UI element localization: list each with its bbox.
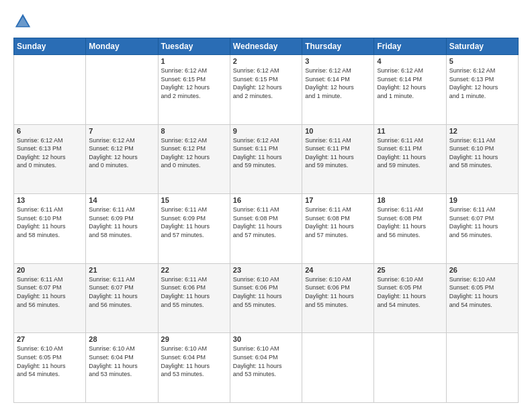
calendar-cell: 19Sunrise: 6:11 AM Sunset: 6:07 PM Dayli… [446,194,518,264]
day-info: Sunrise: 6:11 AM Sunset: 6:10 PM Dayligh… [449,136,515,170]
day-number: 21 [89,266,154,274]
day-number: 29 [161,335,227,343]
day-info: Sunrise: 6:11 AM Sunset: 6:07 PM Dayligh… [449,205,515,239]
day-info: Sunrise: 6:10 AM Sunset: 6:04 PM Dayligh… [233,345,299,378]
day-header-wednesday: Wednesday [230,38,302,55]
day-number: 25 [377,266,443,274]
day-number: 3 [305,57,371,65]
calendar-cell: 9Sunrise: 6:12 AM Sunset: 6:11 PM Daylig… [230,124,302,194]
calendar-cell: 30Sunrise: 6:10 AM Sunset: 6:04 PM Dayli… [230,333,302,403]
calendar-cell [374,333,446,403]
day-number: 13 [17,196,83,204]
calendar-cell: 11Sunrise: 6:11 AM Sunset: 6:11 PM Dayli… [374,124,446,194]
day-number: 22 [161,266,227,274]
day-number: 27 [17,335,83,343]
calendar-cell: 1Sunrise: 6:12 AM Sunset: 6:15 PM Daylig… [158,55,230,125]
day-number: 17 [305,196,371,204]
day-number: 7 [89,127,154,135]
day-info: Sunrise: 6:11 AM Sunset: 6:10 PM Dayligh… [17,205,83,239]
day-info: Sunrise: 6:11 AM Sunset: 6:07 PM Dayligh… [89,275,154,309]
day-number: 16 [233,196,299,204]
day-info: Sunrise: 6:12 AM Sunset: 6:11 PM Dayligh… [233,136,299,170]
day-info: Sunrise: 6:11 AM Sunset: 6:08 PM Dayligh… [305,205,371,239]
calendar-cell: 4Sunrise: 6:12 AM Sunset: 6:14 PM Daylig… [374,55,446,125]
calendar-cell: 27Sunrise: 6:10 AM Sunset: 6:05 PM Dayli… [14,333,86,403]
logo [13,12,35,31]
calendar-week-4: 20Sunrise: 6:11 AM Sunset: 6:07 PM Dayli… [14,263,519,333]
day-info: Sunrise: 6:12 AM Sunset: 6:15 PM Dayligh… [233,66,299,100]
calendar-cell [14,55,86,125]
day-number: 6 [17,127,83,135]
day-info: Sunrise: 6:12 AM Sunset: 6:14 PM Dayligh… [377,66,443,100]
day-number: 1 [161,57,227,65]
day-number: 23 [233,266,299,274]
calendar: SundayMondayTuesdayWednesdayThursdayFrid… [13,38,519,403]
calendar-week-5: 27Sunrise: 6:10 AM Sunset: 6:05 PM Dayli… [14,333,519,403]
calendar-cell: 13Sunrise: 6:11 AM Sunset: 6:10 PM Dayli… [14,194,86,264]
day-header-thursday: Thursday [302,38,374,55]
calendar-week-2: 6Sunrise: 6:12 AM Sunset: 6:13 PM Daylig… [14,124,519,194]
day-number: 19 [449,196,515,204]
day-number: 9 [233,127,299,135]
day-info: Sunrise: 6:10 AM Sunset: 6:05 PM Dayligh… [377,275,443,309]
day-header-friday: Friday [374,38,446,55]
calendar-cell [86,55,158,125]
calendar-cell: 24Sunrise: 6:10 AM Sunset: 6:06 PM Dayli… [302,263,374,333]
day-number: 28 [89,335,154,343]
day-info: Sunrise: 6:10 AM Sunset: 6:05 PM Dayligh… [17,345,83,378]
calendar-cell: 8Sunrise: 6:12 AM Sunset: 6:12 PM Daylig… [158,124,230,194]
day-number: 12 [449,127,515,135]
day-header-tuesday: Tuesday [158,38,230,55]
day-number: 15 [161,196,227,204]
day-info: Sunrise: 6:12 AM Sunset: 6:12 PM Dayligh… [161,136,227,170]
day-info: Sunrise: 6:10 AM Sunset: 6:06 PM Dayligh… [233,275,299,309]
day-info: Sunrise: 6:12 AM Sunset: 6:14 PM Dayligh… [305,66,371,100]
day-info: Sunrise: 6:11 AM Sunset: 6:07 PM Dayligh… [17,275,83,309]
day-info: Sunrise: 6:11 AM Sunset: 6:11 PM Dayligh… [377,136,443,170]
calendar-cell: 3Sunrise: 6:12 AM Sunset: 6:14 PM Daylig… [302,55,374,125]
day-info: Sunrise: 6:10 AM Sunset: 6:04 PM Dayligh… [89,345,154,378]
day-info: Sunrise: 6:10 AM Sunset: 6:05 PM Dayligh… [449,275,515,309]
calendar-cell: 18Sunrise: 6:11 AM Sunset: 6:08 PM Dayli… [374,194,446,264]
day-info: Sunrise: 6:10 AM Sunset: 6:06 PM Dayligh… [305,275,371,309]
calendar-cell: 28Sunrise: 6:10 AM Sunset: 6:04 PM Dayli… [86,333,158,403]
day-number: 18 [377,196,443,204]
day-number: 26 [449,266,515,274]
day-header-monday: Monday [86,38,158,55]
calendar-cell: 7Sunrise: 6:12 AM Sunset: 6:12 PM Daylig… [86,124,158,194]
calendar-cell: 14Sunrise: 6:11 AM Sunset: 6:09 PM Dayli… [86,194,158,264]
day-number: 30 [233,335,299,343]
day-info: Sunrise: 6:11 AM Sunset: 6:06 PM Dayligh… [161,275,227,309]
calendar-cell: 22Sunrise: 6:11 AM Sunset: 6:06 PM Dayli… [158,263,230,333]
calendar-cell: 5Sunrise: 6:12 AM Sunset: 6:13 PM Daylig… [446,55,518,125]
day-number: 8 [161,127,227,135]
calendar-cell: 6Sunrise: 6:12 AM Sunset: 6:13 PM Daylig… [14,124,86,194]
calendar-cell: 21Sunrise: 6:11 AM Sunset: 6:07 PM Dayli… [86,263,158,333]
day-number: 14 [89,196,154,204]
calendar-cell: 26Sunrise: 6:10 AM Sunset: 6:05 PM Dayli… [446,263,518,333]
calendar-cell: 20Sunrise: 6:11 AM Sunset: 6:07 PM Dayli… [14,263,86,333]
calendar-cell: 12Sunrise: 6:11 AM Sunset: 6:10 PM Dayli… [446,124,518,194]
day-info: Sunrise: 6:11 AM Sunset: 6:09 PM Dayligh… [89,205,154,239]
day-header-sunday: Sunday [14,38,86,55]
day-info: Sunrise: 6:12 AM Sunset: 6:13 PM Dayligh… [17,136,83,170]
calendar-cell: 25Sunrise: 6:10 AM Sunset: 6:05 PM Dayli… [374,263,446,333]
calendar-week-3: 13Sunrise: 6:11 AM Sunset: 6:10 PM Dayli… [14,194,519,264]
day-info: Sunrise: 6:12 AM Sunset: 6:12 PM Dayligh… [89,136,154,170]
day-number: 20 [17,266,83,274]
calendar-cell: 29Sunrise: 6:10 AM Sunset: 6:04 PM Dayli… [158,333,230,403]
day-info: Sunrise: 6:12 AM Sunset: 6:13 PM Dayligh… [449,66,515,100]
calendar-cell: 2Sunrise: 6:12 AM Sunset: 6:15 PM Daylig… [230,55,302,125]
calendar-header-row: SundayMondayTuesdayWednesdayThursdayFrid… [14,38,519,55]
day-info: Sunrise: 6:11 AM Sunset: 6:08 PM Dayligh… [377,205,443,239]
day-number: 2 [233,57,299,65]
day-info: Sunrise: 6:11 AM Sunset: 6:09 PM Dayligh… [161,205,227,239]
day-number: 24 [305,266,371,274]
calendar-cell [446,333,518,403]
calendar-cell: 16Sunrise: 6:11 AM Sunset: 6:08 PM Dayli… [230,194,302,264]
calendar-week-1: 1Sunrise: 6:12 AM Sunset: 6:15 PM Daylig… [14,55,519,125]
day-info: Sunrise: 6:11 AM Sunset: 6:08 PM Dayligh… [233,205,299,239]
day-header-saturday: Saturday [446,38,518,55]
day-info: Sunrise: 6:12 AM Sunset: 6:15 PM Dayligh… [161,66,227,100]
logo-icon [13,12,32,31]
